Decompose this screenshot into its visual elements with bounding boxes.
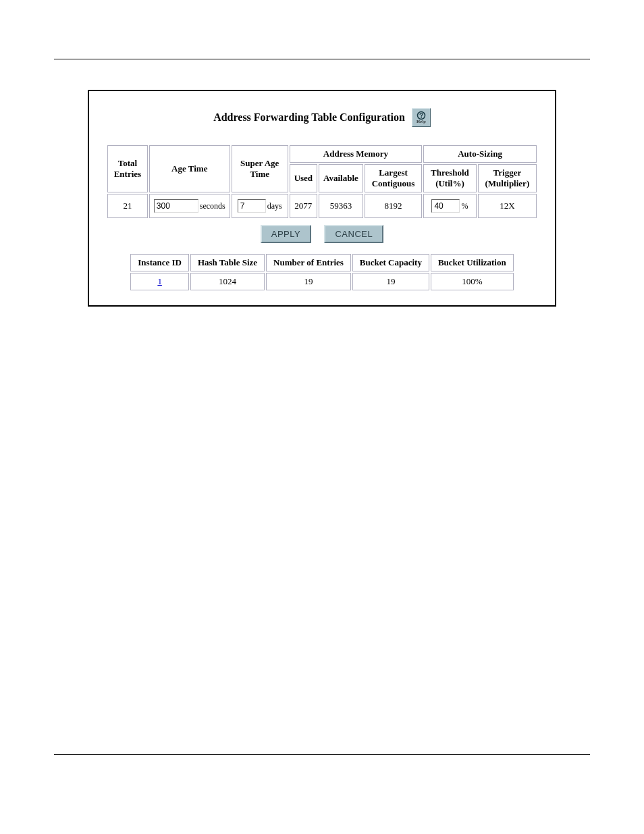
th-bucket-capacity: Bucket Capacity: [352, 254, 429, 271]
val-bucket-capacity: 19: [352, 273, 429, 290]
th-threshold: Threshold (Util%): [423, 164, 477, 192]
instance-table: Instance ID Hash Table Size Number of En…: [129, 253, 514, 292]
th-address-memory: Address Memory: [290, 145, 423, 163]
th-used: Used: [290, 164, 317, 192]
title-row: Address Forwarding Table Configuration H…: [106, 108, 538, 127]
action-bar: APPLY CANCEL: [106, 225, 538, 243]
config-table: Total Entries Age Time Super Age Time Ad…: [106, 144, 538, 219]
config-data-row: 21 seconds days 2077 59363 8192: [107, 194, 537, 218]
val-number-of-entries: 19: [266, 273, 351, 290]
help-button-label: Help: [417, 120, 426, 124]
super-age-time-input[interactable]: [238, 199, 266, 213]
th-number-of-entries: Number of Entries: [266, 254, 351, 271]
val-hash-table-size: 1024: [190, 273, 265, 290]
page-title: Address Forwarding Table Configuration: [213, 111, 405, 124]
instance-id-link[interactable]: 1: [157, 276, 162, 286]
val-used: 2077: [290, 194, 317, 218]
cancel-button[interactable]: CANCEL: [324, 225, 383, 243]
th-age-time: Age Time: [149, 145, 230, 192]
val-largest-contiguous: 8192: [365, 194, 422, 218]
th-instance-id: Instance ID: [130, 254, 189, 271]
age-time-input[interactable]: [154, 199, 198, 213]
apply-button[interactable]: APPLY: [261, 225, 311, 243]
top-rule: [54, 59, 590, 59]
val-trigger: 12X: [478, 194, 537, 218]
th-available: Available: [319, 164, 363, 192]
instance-row: 1 1024 19 19 100%: [130, 273, 513, 290]
bottom-rule: [54, 754, 590, 755]
age-time-unit: seconds: [200, 201, 225, 211]
th-super-age-time: Super Age Time: [232, 145, 288, 192]
threshold-unit: %: [461, 201, 468, 211]
th-total-entries: Total Entries: [107, 145, 148, 192]
th-largest-contiguous: Largest Contiguous: [365, 164, 422, 192]
th-trigger: Trigger (Multiplier): [478, 164, 537, 192]
super-age-time-unit: days: [267, 201, 282, 211]
val-bucket-utilization: 100%: [431, 273, 514, 290]
svg-point-1: [421, 117, 422, 118]
config-panel: Address Forwarding Table Configuration H…: [88, 90, 556, 307]
help-button[interactable]: Help: [412, 108, 431, 127]
val-total-entries: 21: [107, 194, 148, 218]
th-auto-sizing: Auto-Sizing: [423, 145, 537, 163]
th-bucket-utilization: Bucket Utilization: [431, 254, 514, 271]
val-available: 59363: [319, 194, 363, 218]
threshold-input[interactable]: [431, 199, 460, 213]
th-hash-table-size: Hash Table Size: [190, 254, 265, 271]
